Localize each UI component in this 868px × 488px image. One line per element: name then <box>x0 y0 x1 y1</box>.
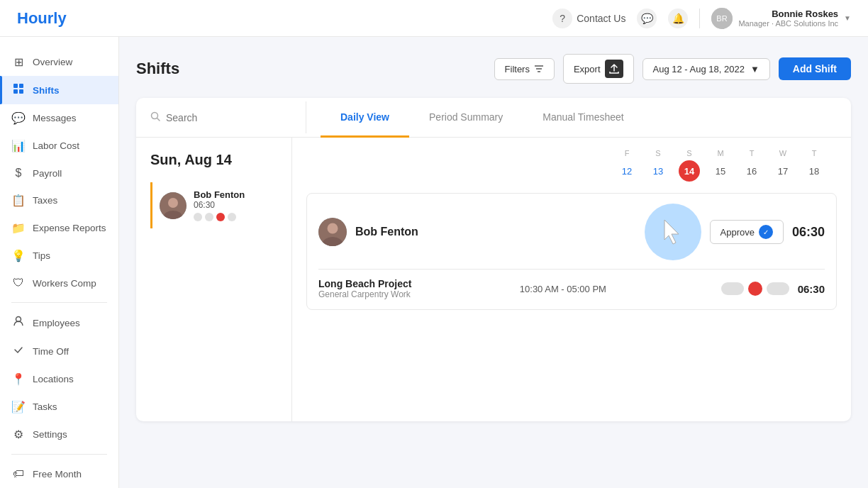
filters-button[interactable]: Filters <box>494 58 555 80</box>
search-input[interactable] <box>166 112 306 123</box>
sidebar-divider-2 <box>11 454 107 455</box>
content-area: Daily View Period Summary Manual Timeshe… <box>136 98 851 421</box>
app-logo: Hourly <box>17 9 67 28</box>
shift-divider <box>318 269 825 270</box>
employees-icon <box>11 316 26 330</box>
svg-rect-4 <box>13 89 18 94</box>
content-top-bar: Daily View Period Summary Manual Timeshe… <box>136 98 851 138</box>
tabs: Daily View Period Summary Manual Timeshe… <box>321 98 644 137</box>
svg-rect-2 <box>13 84 18 88</box>
svg-text:BR: BR <box>717 14 728 23</box>
sidebar: ⊞ Overview Shifts 💬 Messages 📊 Labor Cos… <box>0 37 119 488</box>
workers-comp-icon: 🛡 <box>11 277 26 289</box>
chevron-down-icon: ▼ <box>750 64 760 74</box>
tips-icon: 💡 <box>11 249 26 262</box>
svg-point-13 <box>168 198 178 208</box>
day-col-mon: M 15 <box>705 149 736 182</box>
sidebar-item-overview[interactable]: ⊞ Overview <box>0 48 118 76</box>
sidebar-item-tasks[interactable]: 📝 Tasks <box>0 393 118 421</box>
dot-3 <box>216 213 225 221</box>
contact-us-button[interactable]: ? Contact Us <box>552 9 625 28</box>
shift-toggles <box>721 282 789 296</box>
employee-row: Bob Fenton 06:30 <box>150 182 277 228</box>
dot-4 <box>228 213 236 221</box>
chevron-down-icon: ▼ <box>844 14 851 22</box>
messages-icon[interactable]: 💬 <box>637 9 657 28</box>
header-actions: Filters Export Aug 12 - Aug 18, 2022 ▼ A… <box>494 54 851 84</box>
right-panel: F 12 S 13 S 14 M 15 <box>292 138 851 421</box>
day-col-fri: F 12 <box>611 149 642 182</box>
left-panel: Sun, Aug 14 Bob Fenton 06:30 <box>136 138 292 421</box>
cursor-arrow-icon <box>662 218 684 245</box>
dot-2 <box>205 213 213 221</box>
sidebar-item-expense-reports[interactable]: 📁 Expense Reports <box>0 214 118 242</box>
notifications-icon[interactable]: 🔔 <box>668 9 688 28</box>
shifts-icon <box>11 83 26 97</box>
search-box <box>150 101 306 133</box>
sidebar-item-settings[interactable]: ⚙ Settings <box>0 421 118 448</box>
sidebar-divider <box>11 302 107 303</box>
sidebar-item-workers-comp[interactable]: 🛡 Workers Comp <box>0 270 118 296</box>
tasks-icon: 📝 <box>11 400 26 414</box>
toggle-right[interactable] <box>767 282 789 295</box>
page-title: Shifts <box>136 60 179 78</box>
user-menu[interactable]: BR Bonnie Roskes Manager · ABC Solutions… <box>711 8 851 29</box>
approve-check-icon: ✓ <box>759 225 773 239</box>
tab-daily-view[interactable]: Daily View <box>321 99 409 138</box>
upload-icon <box>605 60 623 78</box>
payroll-icon: $ <box>11 167 26 179</box>
status-dots <box>194 213 245 221</box>
tab-manual-timesheet[interactable]: Manual Timesheet <box>523 99 643 138</box>
nav-divider <box>699 9 700 28</box>
employee-info: Bob Fenton 06:30 <box>194 189 245 221</box>
export-button[interactable]: Export <box>563 54 634 84</box>
day-col-tue: T 16 <box>736 149 767 182</box>
svg-rect-3 <box>19 84 23 88</box>
layout: ⊞ Overview Shifts 💬 Messages 📊 Labor Cos… <box>0 37 868 488</box>
help-icon: ? <box>552 9 572 28</box>
week-days: F 12 S 13 S 14 M 15 <box>306 149 837 182</box>
free-month-icon: 🏷 <box>11 467 26 480</box>
add-shift-button[interactable]: Add Shift <box>779 57 851 80</box>
avatar: BR <box>711 8 733 29</box>
tab-period-summary[interactable]: Period Summary <box>409 99 523 138</box>
sidebar-item-shifts[interactable]: Shifts <box>0 76 118 104</box>
top-nav-right: ? Contact Us 💬 🔔 BR Bonnie Roskes Manage… <box>552 8 851 29</box>
body-split: Sun, Aug 14 Bob Fenton 06:30 <box>136 138 851 421</box>
dot-1 <box>194 213 202 221</box>
shift-avatar <box>318 218 347 246</box>
date-range-button[interactable]: Aug 12 - Aug 18, 2022 ▼ <box>642 58 770 80</box>
sidebar-item-messages[interactable]: 💬 Messages <box>0 104 118 132</box>
top-nav: Hourly ? Contact Us 💬 🔔 BR Bonnie Roskes… <box>0 0 868 37</box>
messages-nav-icon: 💬 <box>11 111 26 125</box>
sidebar-item-free-month[interactable]: 🏷 Free Month <box>0 460 118 487</box>
shift-card: Bob Fenton Approve ✓ 06:30 <box>306 193 837 310</box>
search-icon <box>150 111 160 123</box>
toggle-red-dot <box>748 282 762 296</box>
toggle-left[interactable] <box>721 282 744 295</box>
sidebar-item-labor-cost[interactable]: 📊 Labor Cost <box>0 132 118 160</box>
day-col-sat: S 13 <box>642 149 674 182</box>
day-col-wed: W 17 <box>767 149 799 182</box>
user-info: Bonnie Roskes Manager · ABC Solutions In… <box>738 9 838 28</box>
sidebar-item-employees[interactable]: Employees <box>0 309 118 337</box>
main-content: Shifts Filters Export Aug 12 - Aug 18, 2… <box>119 37 868 488</box>
time-off-icon <box>11 344 26 358</box>
cursor-highlight <box>645 204 701 260</box>
sidebar-item-time-off[interactable]: Time Off <box>0 337 118 365</box>
date-heading: Sun, Aug 14 <box>150 152 277 168</box>
svg-line-11 <box>157 118 160 121</box>
shift-detail-row: Long Beach Project General Carpentry Wor… <box>318 278 825 299</box>
settings-icon: ⚙ <box>11 428 26 441</box>
sidebar-item-tips[interactable]: 💡 Tips <box>0 242 118 270</box>
sidebar-item-payroll[interactable]: $ Payroll <box>0 160 118 187</box>
overview-icon: ⊞ <box>11 55 26 69</box>
svg-point-16 <box>328 223 338 234</box>
expense-icon: 📁 <box>11 221 26 235</box>
user-avatar-icon: BR <box>711 8 733 29</box>
sidebar-item-taxes[interactable]: 📋 Taxes <box>0 187 118 214</box>
sidebar-item-locations[interactable]: 📍 Locations <box>0 365 118 393</box>
approve-button[interactable]: Approve ✓ <box>710 220 784 244</box>
shift-project: Long Beach Project General Carpentry Wor… <box>318 278 511 299</box>
employee-avatar <box>160 192 187 219</box>
